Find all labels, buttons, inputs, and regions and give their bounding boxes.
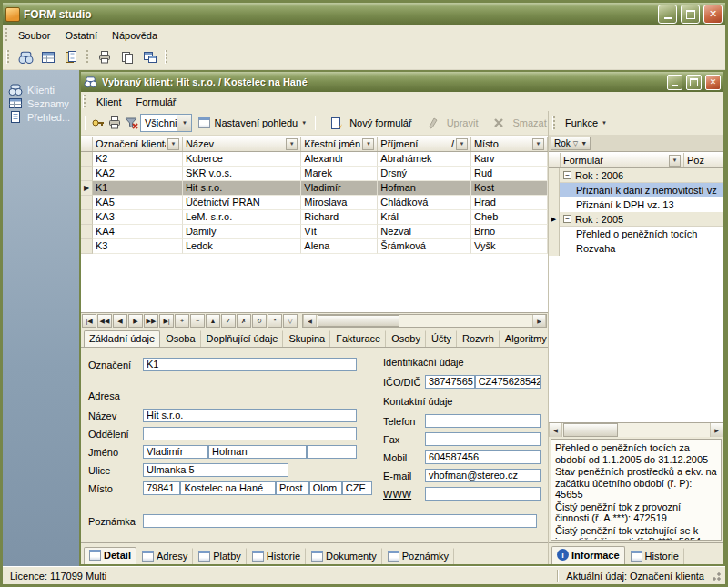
mobil-field[interactable]: 604587456 [425, 450, 541, 464]
email-field[interactable]: vhofman@stereo.cz [425, 469, 541, 482]
bottom-tab-4[interactable]: Historie [247, 548, 306, 564]
column-header[interactable]: Místo▼ [471, 137, 548, 151]
reports-icon[interactable] [61, 47, 81, 67]
scroll-right-icon[interactable]: ▶ [532, 315, 546, 327]
kraj-field[interactable]: Olom [309, 481, 342, 495]
table-row[interactable]: KA2SKR v.o.s.MarekDrsnýRud [81, 167, 548, 181]
grid-horizontal-scrollbar[interactable]: ◀ ▶ [302, 314, 547, 328]
sidebar-item[interactable]: Klienti [3, 83, 79, 96]
bottom-tab-3[interactable]: Platby [193, 548, 247, 564]
nav-button[interactable]: ✓ [221, 314, 236, 328]
nav-button[interactable]: ▶▶ [144, 314, 158, 328]
stat-field[interactable]: CZE [342, 481, 372, 495]
tab-9[interactable]: Algoritmy [500, 330, 548, 347]
forms-list-item[interactable]: Rozvaha [549, 241, 723, 256]
tab-4[interactable]: Skupina [283, 330, 330, 347]
column-header[interactable]: Křestní jméno▼ [301, 137, 378, 151]
column-header-poz[interactable]: Poz [684, 153, 723, 167]
toolbar-grip[interactable] [165, 50, 167, 64]
minimize-button[interactable] [658, 5, 677, 24]
forms-horizontal-scrollbar[interactable]: ◀ ▶ [549, 422, 723, 437]
group-by-rok-chip[interactable]: Rok ▽ ▼ [551, 137, 591, 150]
scroll-left-icon[interactable]: ◀ [303, 315, 317, 327]
column-header[interactable]: Označení klienta▼ [93, 137, 183, 151]
nav-button[interactable]: ✗ [237, 314, 251, 328]
titlebar[interactable]: FORM studio ✕ [3, 3, 725, 25]
forms-list-group[interactable]: ▶−Rok : 2005 [549, 212, 723, 227]
toolbar-grip[interactable] [5, 28, 7, 42]
toolbar-grip[interactable] [552, 116, 555, 130]
panel-tab-1[interactable]: iInformace [551, 546, 625, 564]
nav-button[interactable]: ▽ [283, 314, 298, 328]
delete-button[interactable]: Smazat [484, 111, 551, 135]
nav-button[interactable]: ◀ [113, 314, 127, 328]
menu-item[interactable]: Formulář [129, 95, 184, 109]
tab-6[interactable]: Osoby [386, 330, 426, 347]
bottom-tab-5[interactable]: Dokumenty [306, 548, 382, 564]
windows-icon[interactable] [140, 47, 160, 67]
table-row[interactable]: KA3LeM. s.r.o.RichardKrálCheb [81, 210, 548, 225]
bottom-tab-2[interactable]: Adresy [136, 548, 193, 564]
lists-icon[interactable] [38, 47, 58, 67]
table-row[interactable]: KA5Účetnictví PRANMiroslavaChládkováHrad [81, 196, 548, 210]
nav-button[interactable]: ▶ [128, 314, 143, 328]
tab-8[interactable]: Rozvrh [457, 330, 500, 347]
toolbar-grip[interactable] [6, 50, 9, 64]
scrollbar-thumb[interactable] [563, 423, 618, 437]
print-icon[interactable] [107, 113, 122, 133]
column-header[interactable]: Příjmení/▼ [378, 137, 471, 151]
table-row[interactable]: K3LedokAlenaŠrámkováVyšk [81, 239, 548, 254]
toolbar-grip[interactable] [86, 50, 88, 64]
forms-list-item[interactable]: Přiznání k DPH vz. 13 [549, 197, 723, 212]
dropdown-icon[interactable]: ▼ [177, 115, 191, 131]
dropdown-icon[interactable]: ▼ [581, 140, 587, 147]
close-button[interactable]: ✕ [705, 75, 721, 90]
collapse-icon[interactable]: − [563, 171, 571, 179]
tab-7[interactable]: Účty [426, 330, 457, 347]
panel-tab-2[interactable]: Historie [625, 548, 684, 564]
column-filter-dropdown-icon[interactable]: ▼ [456, 138, 468, 150]
scroll-left-icon[interactable]: ◀ [549, 423, 562, 437]
misto-field[interactable]: Kostelec na Hané [180, 481, 276, 495]
www-link-label[interactable]: WWW [383, 489, 425, 500]
client-filter-combo[interactable]: Všichni ▼ [140, 114, 192, 132]
forms-list-item[interactable]: Přiznání k dani z nemovitostí vz [549, 183, 723, 197]
toolbar-grip[interactable] [85, 116, 86, 130]
www-field[interactable] [425, 487, 541, 501]
titul-field[interactable] [307, 445, 357, 459]
menu-item[interactable]: Nápověda [105, 28, 165, 43]
nav-button[interactable]: ↻ [252, 314, 267, 328]
forms-list-item[interactable]: Přehled o peněžních tocích [549, 227, 723, 241]
oddeleni-field[interactable] [143, 427, 357, 440]
okres-field[interactable]: Prost [276, 481, 309, 495]
ico-field[interactable]: 38747565 [425, 375, 475, 389]
funkce-button[interactable]: Funkce ▼ [561, 116, 612, 130]
column-filter-dropdown-icon[interactable]: ▼ [532, 138, 544, 150]
key-icon[interactable] [91, 113, 106, 133]
psc-field[interactable]: 79841 [143, 481, 180, 495]
telefon-field[interactable] [425, 414, 541, 428]
print-icon[interactable] [95, 47, 115, 67]
nav-button[interactable]: * [268, 314, 282, 328]
ulice-field[interactable]: Ulmanka 5 [143, 463, 288, 477]
toolbar-grip[interactable] [315, 116, 316, 130]
scroll-right-icon[interactable]: ▶ [710, 423, 723, 437]
clear-filter-icon[interactable] [124, 113, 138, 133]
nav-button[interactable]: ▲ [206, 314, 220, 328]
resize-grip[interactable] [710, 570, 722, 582]
column-filter-dropdown-icon[interactable]: ▼ [167, 138, 179, 150]
view-settings-button[interactable]: Nastavení pohledu ▼ [194, 116, 311, 130]
nav-button[interactable]: ▶| [159, 314, 174, 328]
bottom-tab-1[interactable]: Detail [84, 547, 136, 564]
sidebar-item[interactable]: Přehled... [3, 110, 79, 124]
forms-list-group[interactable]: −Rok : 2006 [549, 168, 723, 183]
nav-button[interactable]: ◀◀ [97, 314, 112, 328]
table-row[interactable]: K2KoberceAlexandrAbrahámekKarv [81, 152, 548, 167]
menu-item[interactable]: Soubor [11, 28, 57, 43]
tab-1[interactable]: Základní údaje [84, 330, 160, 348]
nav-button[interactable]: + [175, 314, 189, 328]
minimize-button[interactable] [667, 75, 682, 90]
bottom-tab-6[interactable]: Poznámky [382, 548, 454, 564]
jmeno-field[interactable]: Vladimír [143, 445, 208, 459]
copy-icon[interactable] [117, 47, 137, 67]
